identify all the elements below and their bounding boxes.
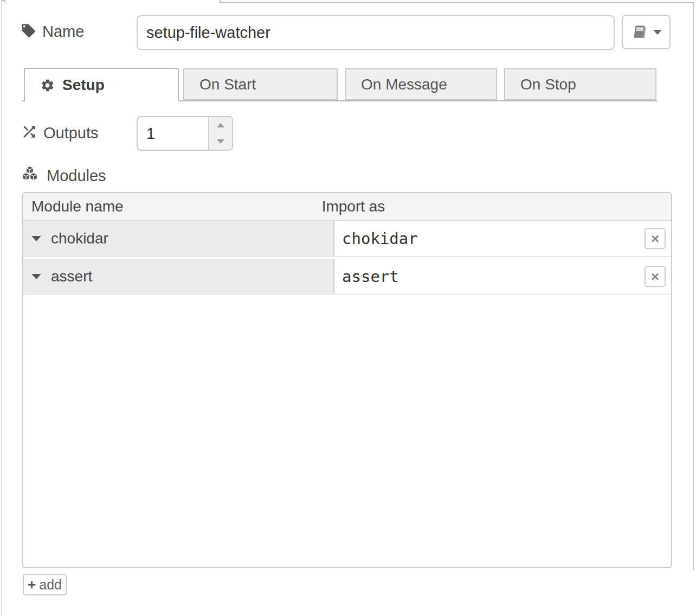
remove-module-button[interactable]: × [645, 228, 666, 249]
tabbar-underline [179, 100, 657, 101]
add-module-label: add [39, 578, 62, 592]
book-icon [630, 24, 647, 41]
module-row-assert: assert × [23, 259, 671, 294]
outputs-input[interactable] [138, 117, 208, 150]
outputs-field-label: Outputs [43, 124, 99, 142]
spinner-down-button[interactable] [209, 133, 232, 150]
remove-module-button[interactable]: × [645, 266, 666, 287]
library-button[interactable] [622, 15, 671, 49]
tab-on-stop-label: On Stop [520, 76, 576, 93]
spinner-up-icon [217, 123, 224, 127]
tag-icon [21, 23, 36, 39]
outputs-spinner-field [137, 116, 233, 151]
chevron-down-icon [31, 236, 41, 241]
header-module-name: Module name [31, 198, 124, 215]
close-icon: × [651, 232, 659, 246]
module-name: assert [51, 268, 92, 285]
cubes-icon [20, 165, 40, 183]
panel-right-border [693, 2, 694, 570]
tab-on-start[interactable]: On Start [183, 68, 338, 100]
name-field-label: Name [42, 23, 84, 41]
shuffle-icon [21, 123, 38, 140]
import-as-input-assert[interactable] [334, 267, 622, 286]
number-spinner [208, 117, 232, 150]
name-input[interactable] [137, 15, 615, 50]
add-module-button[interactable]: + add [23, 574, 67, 595]
module-import-cell: × [334, 221, 671, 256]
tab-on-stop[interactable]: On Stop [504, 68, 656, 100]
panel-top-border [220, 2, 694, 3]
modules-list: Module name Import as chokidar × assert [22, 192, 672, 568]
panel-left-border [1, 0, 2, 616]
tab-setup[interactable]: Setup [24, 68, 179, 101]
module-name: chokidar [51, 230, 108, 247]
module-import-cell: × [334, 259, 671, 294]
plus-icon: + [28, 578, 36, 592]
panel-topleft-fragment-h [1, 0, 5, 1]
modules-section-label: Modules [47, 167, 106, 185]
modules-list-header: Module name Import as [23, 193, 671, 221]
header-import-as: Import as [322, 198, 385, 215]
module-row-chokidar: chokidar × [23, 221, 671, 256]
tab-on-start-label: On Start [199, 76, 256, 93]
chevron-down-icon [653, 30, 662, 35]
close-icon: × [651, 270, 659, 284]
module-row-expand-assert[interactable]: assert [23, 259, 334, 294]
tab-setup-label: Setup [62, 76, 105, 94]
gear-icon [40, 78, 55, 93]
tab-on-message-label: On Message [361, 76, 447, 93]
spinner-up-button[interactable] [209, 117, 232, 133]
import-as-input-chokidar[interactable] [334, 229, 622, 248]
module-row-expand-chokidar[interactable]: chokidar [23, 221, 334, 256]
chevron-down-icon [31, 274, 41, 279]
panel-top-border-corner [220, 0, 221, 3]
tab-on-message[interactable]: On Message [345, 68, 497, 100]
spinner-down-icon [217, 139, 224, 144]
